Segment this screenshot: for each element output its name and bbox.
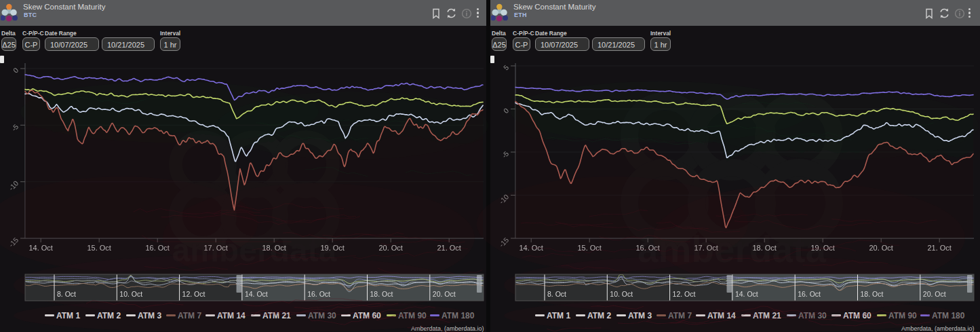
svg-text:12. Oct: 12. Oct [182,290,205,298]
svg-text:10. Oct: 10. Oct [119,290,142,298]
svg-text:12. Oct: 12. Oct [673,290,696,298]
svg-text:18. Oct: 18. Oct [370,290,393,298]
svg-text:0: 0 [12,66,20,75]
svg-text:16. Oct: 16. Oct [307,290,330,298]
svg-text:5: 5 [502,63,511,72]
svg-text:14. Oct: 14. Oct [735,290,758,298]
svg-text:18. Oct: 18. Oct [861,290,884,298]
svg-text:-10: -10 [7,179,20,192]
svg-text:-5: -5 [500,149,510,160]
svg-text:8. Oct: 8. Oct [547,290,566,298]
svg-text:20. Oct: 20. Oct [433,290,456,298]
svg-text:16. Oct: 16. Oct [798,290,821,298]
svg-text:10. Oct: 10. Oct [610,290,633,298]
svg-text:0: 0 [502,106,511,115]
svg-text:20. Oct: 20. Oct [923,290,946,298]
svg-text:8. Oct: 8. Oct [57,290,76,298]
svg-text:14. Oct: 14. Oct [245,290,268,298]
svg-text:-5: -5 [9,122,20,132]
